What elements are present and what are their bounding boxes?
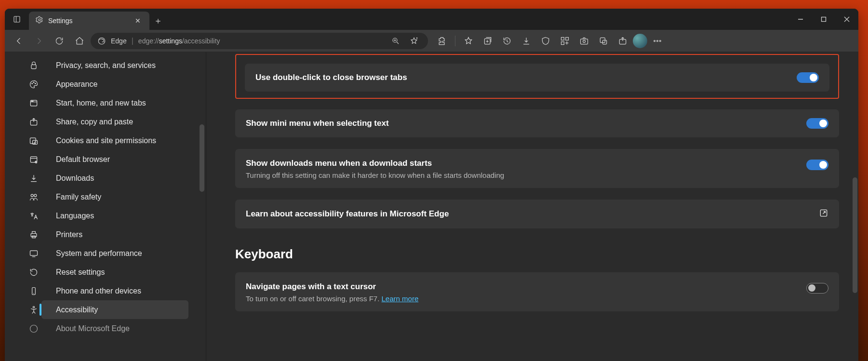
svg-point-54 xyxy=(30,325,38,332)
screenshot-button[interactable] xyxy=(575,32,593,50)
svg-point-29 xyxy=(659,40,661,41)
address-url: edge://settings/accessibility xyxy=(138,37,220,45)
collections-button[interactable] xyxy=(479,32,497,50)
settings-sidebar: Privacy, search, and services Appearance… xyxy=(5,52,206,361)
sidebar-item-default-browser[interactable]: Default browser xyxy=(5,150,188,169)
svg-rect-17 xyxy=(561,37,564,40)
setting-learn-accessibility[interactable]: Learn about accessibility features in Mi… xyxy=(235,200,839,228)
svg-point-2 xyxy=(39,19,40,21)
history-button[interactable] xyxy=(498,32,516,50)
apps-button[interactable] xyxy=(556,32,574,50)
sidebar-item-system[interactable]: System and performance xyxy=(5,244,188,263)
svg-point-37 xyxy=(33,101,33,101)
settings-main: Use double-click to close browser tabs S… xyxy=(206,52,858,361)
svg-rect-30 xyxy=(31,65,36,68)
svg-point-45 xyxy=(34,194,37,197)
favorites-button[interactable] xyxy=(459,32,478,50)
toggle-mini-menu[interactable] xyxy=(806,118,828,129)
sidebar-item-share[interactable]: Share, copy and paste xyxy=(5,112,188,131)
refresh-button[interactable] xyxy=(50,32,68,50)
tab-title: Settings xyxy=(48,17,73,25)
forward-button[interactable] xyxy=(30,32,48,50)
sidebar-item-reset[interactable]: Reset settings xyxy=(5,263,188,281)
add-favorite-icon[interactable] xyxy=(407,34,421,48)
tabs-from-devices-button[interactable] xyxy=(594,32,613,50)
window-maximize-button[interactable] xyxy=(812,9,835,30)
main-scrollbar[interactable] xyxy=(853,177,857,293)
sidebar-item-phone[interactable]: Phone and other devices xyxy=(5,281,188,300)
svg-rect-49 xyxy=(30,251,38,255)
sidebar-item-family[interactable]: Family safety xyxy=(5,187,188,206)
app-menu-button[interactable] xyxy=(648,32,667,50)
security-button[interactable] xyxy=(536,32,555,50)
external-link-icon xyxy=(819,208,828,220)
share-button[interactable] xyxy=(614,32,632,50)
browser-tab[interactable]: Settings ✕ xyxy=(29,12,149,30)
back-button[interactable] xyxy=(10,32,28,50)
svg-rect-18 xyxy=(566,37,569,40)
sidebar-scrollbar[interactable] xyxy=(200,124,204,192)
tab-strip: Settings ✕ ＋ xyxy=(5,9,858,30)
svg-point-27 xyxy=(654,40,655,41)
svg-point-23 xyxy=(583,40,586,42)
svg-point-31 xyxy=(32,83,33,84)
svg-point-32 xyxy=(33,82,34,83)
svg-line-9 xyxy=(397,42,399,44)
address-bar[interactable]: Edge | edge://settings/accessibility xyxy=(91,33,428,49)
sidebar-item-appearance[interactable]: Appearance xyxy=(5,75,188,94)
profile-avatar[interactable] xyxy=(633,34,647,48)
svg-point-44 xyxy=(31,194,33,197)
sidebar-item-languages[interactable]: Languages xyxy=(5,206,188,225)
toggle-caret-browsing[interactable] xyxy=(806,283,828,294)
new-tab-button[interactable]: ＋ xyxy=(149,12,167,30)
sidebar-item-privacy[interactable]: Privacy, search, and services xyxy=(5,56,188,75)
window-close-button[interactable] xyxy=(835,9,858,30)
gear-icon xyxy=(36,16,43,26)
sidebar-item-about[interactable]: About Microsoft Edge xyxy=(5,319,188,338)
svg-point-53 xyxy=(33,306,34,308)
setting-double-click-close: Use double-click to close browser tabs xyxy=(245,64,829,92)
learn-more-link[interactable]: Learn more xyxy=(382,294,419,303)
svg-rect-47 xyxy=(32,231,36,233)
home-button[interactable] xyxy=(70,32,89,50)
setting-mini-menu: Show mini menu when selecting text xyxy=(235,109,839,137)
window-minimize-button[interactable] xyxy=(789,9,812,30)
sidebar-item-printers[interactable]: Printers xyxy=(5,225,188,244)
sidebar-item-cookies[interactable]: Cookies and site permissions xyxy=(5,131,188,150)
svg-point-28 xyxy=(657,40,658,41)
svg-point-36 xyxy=(31,101,32,101)
svg-rect-0 xyxy=(14,16,20,22)
extensions-button[interactable] xyxy=(433,32,451,50)
sidebar-item-downloads[interactable]: Downloads xyxy=(5,169,188,187)
toggle-downloads-menu[interactable] xyxy=(806,160,828,170)
zoom-icon[interactable] xyxy=(388,34,403,48)
svg-point-33 xyxy=(35,83,36,84)
tab-close-button[interactable]: ✕ xyxy=(133,16,143,26)
toolbar: Edge | edge://settings/accessibility xyxy=(5,30,858,52)
tab-actions-button[interactable] xyxy=(5,9,29,30)
section-heading-keyboard: Keyboard xyxy=(235,247,839,262)
sidebar-item-start[interactable]: Start, home, and new tabs xyxy=(5,94,188,112)
setting-downloads-menu: Show downloads menu when a download star… xyxy=(235,149,839,188)
svg-rect-22 xyxy=(581,39,588,44)
svg-rect-19 xyxy=(561,41,564,44)
edge-icon xyxy=(97,37,106,45)
downloads-button[interactable] xyxy=(517,32,535,50)
sidebar-item-accessibility[interactable]: Accessibility xyxy=(41,300,188,319)
highlighted-setting: Use double-click to close browser tabs xyxy=(235,54,839,99)
setting-caret-browsing: Navigate pages with a text cursor To tur… xyxy=(235,272,839,311)
svg-rect-46 xyxy=(31,233,37,237)
toggle-double-click-close[interactable] xyxy=(797,72,819,83)
addr-scheme-label: Edge xyxy=(111,37,127,45)
svg-rect-4 xyxy=(822,17,826,22)
